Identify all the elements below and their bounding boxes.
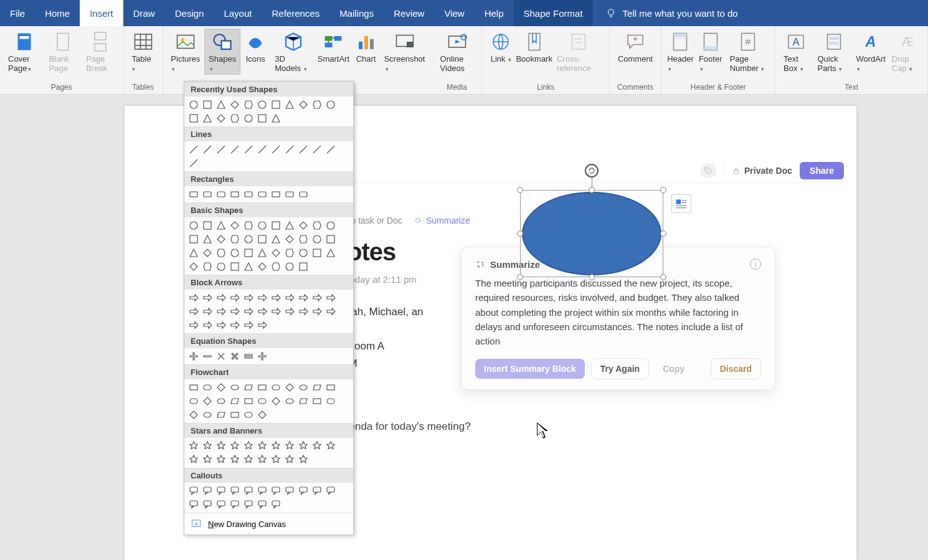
header-button[interactable]: Header ▾ bbox=[665, 29, 695, 75]
shape-option[interactable] bbox=[296, 381, 310, 394]
cover-page-button[interactable]: Cover Page▾ bbox=[4, 29, 45, 75]
shape-option[interactable] bbox=[187, 143, 201, 156]
shape-option[interactable] bbox=[201, 246, 214, 260]
shape-option[interactable] bbox=[255, 439, 269, 453]
shape-option[interactable] bbox=[214, 143, 228, 156]
shape-option[interactable] bbox=[201, 260, 214, 273]
shape-option[interactable] bbox=[214, 305, 228, 318]
shape-option[interactable] bbox=[228, 453, 242, 467]
shape-option[interactable] bbox=[242, 219, 255, 232]
shape-option[interactable] bbox=[242, 143, 255, 156]
shape-option[interactable] bbox=[269, 98, 283, 112]
tab-view[interactable]: View bbox=[434, 0, 474, 26]
bookmark-button[interactable]: Bookmark bbox=[516, 29, 552, 65]
shape-option[interactable] bbox=[242, 305, 255, 318]
shape-option[interactable] bbox=[255, 484, 269, 498]
comment-button[interactable]: + Comment bbox=[613, 29, 657, 65]
shape-option[interactable] bbox=[310, 305, 324, 318]
shape-option[interactable] bbox=[269, 232, 283, 246]
shape-option[interactable] bbox=[242, 453, 255, 467]
tab-design[interactable]: Design bbox=[165, 0, 214, 26]
try-again-button[interactable]: Try Again bbox=[591, 358, 649, 379]
shape-option[interactable] bbox=[201, 219, 214, 232]
shape-option[interactable] bbox=[310, 484, 324, 498]
shape-option[interactable] bbox=[324, 394, 338, 408]
shape-option[interactable] bbox=[269, 381, 283, 394]
tab-draw[interactable]: Draw bbox=[123, 0, 165, 26]
shape-option[interactable] bbox=[201, 232, 214, 246]
shape-option[interactable] bbox=[201, 187, 214, 201]
shape-option[interactable] bbox=[324, 439, 338, 453]
shape-option[interactable] bbox=[214, 98, 228, 112]
shape-option[interactable] bbox=[324, 381, 338, 394]
resize-handle-n[interactable] bbox=[589, 187, 595, 193]
shape-option[interactable] bbox=[296, 394, 310, 408]
shape-option[interactable] bbox=[255, 381, 269, 394]
shape-option[interactable] bbox=[242, 381, 255, 394]
shape-option[interactable] bbox=[228, 219, 242, 232]
cross-reference-button[interactable]: Cross-reference bbox=[552, 29, 605, 75]
layout-options-button[interactable] bbox=[671, 194, 691, 213]
shape-option[interactable] bbox=[228, 439, 242, 453]
shape-option[interactable] bbox=[310, 232, 324, 246]
info-icon[interactable]: i bbox=[750, 259, 761, 270]
shape-option[interactable] bbox=[242, 349, 255, 363]
shape-option[interactable] bbox=[296, 232, 310, 246]
chart-button[interactable]: Chart bbox=[351, 29, 381, 65]
shape-option[interactable] bbox=[201, 143, 214, 156]
shape-option[interactable] bbox=[242, 246, 255, 260]
shape-option[interactable] bbox=[296, 143, 310, 156]
wordart-button[interactable]: A WordArt ▾ bbox=[855, 29, 888, 75]
icons-button[interactable]: Icons bbox=[240, 29, 270, 65]
shape-option[interactable] bbox=[201, 381, 214, 394]
tell-me-search[interactable]: Tell me what you want to do bbox=[593, 0, 738, 26]
smartart-button[interactable]: SmartArt bbox=[316, 29, 351, 65]
shape-option[interactable] bbox=[187, 453, 201, 467]
shape-option[interactable] bbox=[269, 219, 283, 232]
shape-option[interactable] bbox=[214, 394, 228, 408]
link-button[interactable]: Link ▾ bbox=[486, 29, 516, 65]
share-button[interactable]: Share bbox=[800, 162, 844, 179]
resize-handle-se[interactable] bbox=[660, 274, 666, 280]
shape-option[interactable] bbox=[242, 260, 255, 273]
shape-option[interactable] bbox=[228, 232, 242, 246]
shape-option[interactable] bbox=[187, 112, 201, 125]
tab-references[interactable]: References bbox=[262, 0, 329, 26]
discard-button[interactable]: Discard bbox=[711, 358, 761, 379]
shape-option[interactable] bbox=[324, 291, 338, 305]
shape-option[interactable] bbox=[283, 232, 296, 246]
shape-option[interactable] bbox=[269, 291, 283, 305]
screenshot-button[interactable]: Screenshot ▾ bbox=[381, 29, 428, 75]
shape-option[interactable] bbox=[214, 246, 228, 260]
tab-help[interactable]: Help bbox=[475, 0, 514, 26]
shape-option[interactable] bbox=[228, 187, 242, 201]
quick-parts-button[interactable]: Quick Parts ▾ bbox=[813, 29, 854, 75]
shape-option[interactable] bbox=[214, 439, 228, 453]
shape-option[interactable] bbox=[187, 246, 201, 260]
private-doc-indicator[interactable]: Private Doc bbox=[732, 166, 792, 176]
online-videos-button[interactable]: Online Videos bbox=[436, 29, 478, 75]
shape-option[interactable] bbox=[324, 98, 338, 112]
shape-option[interactable] bbox=[296, 305, 310, 318]
shape-option[interactable] bbox=[283, 439, 296, 453]
shape-option[interactable] bbox=[187, 232, 201, 246]
table-button[interactable]: Table ▾ bbox=[128, 29, 159, 75]
shape-option[interactable] bbox=[187, 484, 201, 498]
shape-option[interactable] bbox=[187, 156, 201, 170]
shape-option[interactable] bbox=[324, 232, 338, 246]
shape-option[interactable] bbox=[255, 291, 269, 305]
tab-mailings[interactable]: Mailings bbox=[329, 0, 384, 26]
shape-option[interactable] bbox=[310, 246, 324, 260]
text-box-button[interactable]: A Text Box ▾ bbox=[779, 29, 813, 75]
shape-option[interactable] bbox=[214, 349, 228, 363]
shape-option[interactable] bbox=[201, 439, 214, 453]
summarize-tab-button[interactable]: Summarize bbox=[414, 216, 470, 225]
shape-option[interactable] bbox=[228, 305, 242, 318]
shape-option[interactable] bbox=[269, 112, 283, 125]
shape-option[interactable] bbox=[310, 219, 324, 232]
shape-option[interactable] bbox=[283, 260, 296, 273]
shape-option[interactable] bbox=[242, 394, 255, 408]
shape-option[interactable] bbox=[228, 349, 242, 363]
shape-option[interactable] bbox=[255, 219, 269, 232]
shape-option[interactable] bbox=[310, 143, 324, 156]
